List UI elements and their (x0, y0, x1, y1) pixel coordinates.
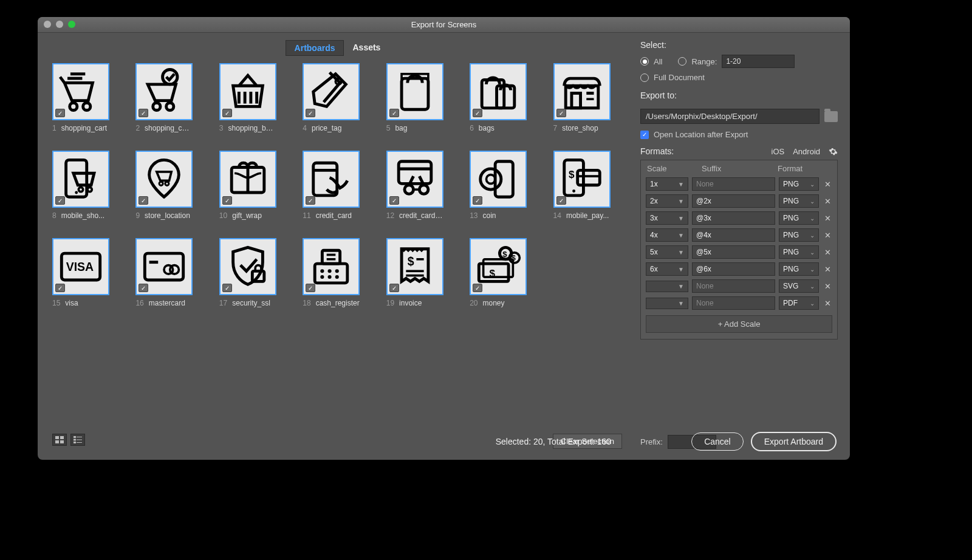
artboard-checkbox[interactable]: ✓ (139, 109, 148, 117)
artboard-checkbox[interactable]: ✓ (139, 196, 148, 205)
delete-row-button[interactable]: ✕ (823, 282, 832, 291)
artboard-checkbox[interactable]: ✓ (306, 196, 315, 205)
android-preset-link[interactable]: Android (793, 147, 820, 156)
artboard-thumb[interactable]: ✓ (52, 151, 109, 208)
folder-icon[interactable] (824, 111, 838, 122)
ios-preset-link[interactable]: iOS (772, 147, 785, 156)
artboard-checkbox[interactable]: ✓ (306, 284, 315, 292)
artboard-item[interactable]: ✓ 7 store_shop (553, 63, 611, 132)
artboard-thumb[interactable]: ✓ (219, 63, 276, 120)
format-select[interactable]: PNG⌄ (779, 228, 819, 242)
artboard-item[interactable]: ✓ 2 shopping_ca... (135, 63, 193, 132)
maximize-window-button[interactable] (68, 21, 75, 28)
radio-range[interactable] (678, 57, 686, 66)
range-input[interactable] (722, 55, 795, 68)
delete-row-button[interactable]: ✕ (823, 231, 832, 240)
export-artboard-button[interactable]: Export Artboard (751, 432, 837, 451)
suffix-input[interactable]: None (692, 279, 775, 293)
artboard-item[interactable]: ✓ 4 price_tag (303, 63, 360, 132)
artboard-item[interactable]: ✓ 17 security_ssl (219, 238, 276, 307)
tab-assets[interactable]: Assets (344, 40, 389, 56)
artboard-thumb[interactable]: ✓ (303, 238, 360, 295)
delete-row-button[interactable]: ✕ (823, 197, 832, 206)
artboard-thumb[interactable]: ✓ (219, 151, 276, 208)
scale-select[interactable]: ▼ (646, 281, 688, 292)
artboard-thumb[interactable]: ✓ (303, 151, 360, 208)
artboard-item[interactable]: ✓ 19 invoice (386, 238, 443, 307)
artboard-item[interactable]: ✓ 20 money (470, 238, 527, 307)
cancel-button[interactable]: Cancel (691, 432, 744, 451)
artboard-item[interactable]: ✓ 11 credit_card (303, 151, 360, 220)
format-select[interactable]: PNG⌄ (779, 194, 819, 208)
artboard-checkbox[interactable]: ✓ (55, 284, 65, 292)
radio-full-document[interactable] (640, 73, 649, 82)
artboard-thumb[interactable]: ✓ (470, 238, 527, 295)
artboard-thumb[interactable]: ✓ (303, 63, 360, 120)
artboard-item[interactable]: ✓ 9 store_location (135, 151, 193, 220)
artboard-item[interactable]: ✓ 18 cash_register (303, 238, 360, 307)
artboard-checkbox[interactable]: ✓ (389, 109, 399, 117)
artboard-thumb[interactable]: ✓ (470, 151, 527, 208)
scale-select[interactable]: 6x▼ (646, 262, 688, 276)
artboard-thumb[interactable]: ✓ (386, 151, 443, 208)
artboard-item[interactable]: ✓ 1 shopping_cart (52, 63, 109, 132)
artboard-checkbox[interactable]: ✓ (139, 284, 148, 292)
artboard-checkbox[interactable]: ✓ (222, 284, 232, 292)
artboard-thumb[interactable]: ✓ (219, 238, 276, 295)
suffix-input[interactable]: @4x (692, 228, 775, 242)
delete-row-button[interactable]: ✕ (823, 265, 832, 274)
minimize-window-button[interactable] (56, 21, 63, 28)
artboard-item[interactable]: ✓ 14 mobile_pay... (553, 151, 611, 220)
suffix-input[interactable]: None (692, 296, 775, 310)
format-select[interactable]: PNG⌄ (779, 262, 819, 276)
tab-artboards[interactable]: Artboards (286, 40, 344, 56)
delete-row-button[interactable]: ✕ (823, 299, 832, 308)
format-select[interactable]: SVG⌄ (779, 279, 819, 293)
suffix-input[interactable]: @2x (692, 194, 775, 208)
scale-select[interactable]: ▼ (646, 298, 688, 309)
suffix-input[interactable]: @5x (692, 245, 775, 259)
artboard-checkbox[interactable]: ✓ (55, 109, 65, 117)
artboard-thumb[interactable]: ✓ (386, 238, 443, 295)
gear-icon[interactable] (829, 147, 838, 156)
artboard-item[interactable]: ✓ 12 credit_card_... (386, 151, 443, 220)
artboard-item[interactable]: ✓ 13 coin (470, 151, 527, 220)
format-select[interactable]: PNG⌄ (779, 211, 819, 225)
scale-select[interactable]: 2x▼ (646, 194, 688, 208)
artboard-checkbox[interactable]: ✓ (473, 196, 482, 205)
scale-select[interactable]: 4x▼ (646, 228, 688, 242)
artboard-checkbox[interactable]: ✓ (55, 196, 65, 205)
artboard-checkbox[interactable]: ✓ (389, 196, 399, 205)
artboard-checkbox[interactable]: ✓ (389, 284, 399, 292)
artboard-thumb[interactable]: ✓ (470, 63, 527, 120)
artboard-item[interactable]: ✓ 10 gift_wrap (219, 151, 276, 220)
artboard-thumb[interactable]: ✓ (135, 151, 193, 208)
format-select[interactable]: PDF⌄ (779, 296, 819, 310)
format-select[interactable]: PNG⌄ (779, 245, 819, 259)
delete-row-button[interactable]: ✕ (823, 214, 832, 223)
scale-select[interactable]: 3x▼ (646, 211, 688, 225)
delete-row-button[interactable]: ✕ (823, 180, 832, 189)
artboard-thumb[interactable]: ✓ (135, 238, 193, 295)
artboard-checkbox[interactable]: ✓ (222, 109, 232, 117)
open-location-checkbox[interactable]: ✓ (640, 131, 649, 139)
delete-row-button[interactable]: ✕ (823, 248, 832, 257)
artboard-checkbox[interactable]: ✓ (556, 109, 566, 117)
radio-all[interactable] (640, 57, 649, 66)
artboard-checkbox[interactable]: ✓ (473, 109, 482, 117)
artboard-item[interactable]: ✓ 15 visa (52, 238, 109, 307)
artboard-item[interactable]: ✓ 5 bag (386, 63, 443, 132)
add-scale-button[interactable]: + Add Scale (646, 315, 832, 333)
suffix-input[interactable]: @3x (692, 211, 775, 225)
scale-select[interactable]: 1x▼ (646, 177, 688, 191)
artboard-checkbox[interactable]: ✓ (222, 196, 232, 205)
export-path-input[interactable] (640, 109, 820, 124)
artboard-item[interactable]: ✓ 8 mobile_sho... (52, 151, 109, 220)
artboard-item[interactable]: ✓ 6 bags (470, 63, 527, 132)
artboard-checkbox[interactable]: ✓ (473, 284, 482, 292)
close-window-button[interactable] (44, 21, 51, 28)
artboard-thumb[interactable]: ✓ (553, 63, 611, 120)
suffix-input[interactable]: @6x (692, 262, 775, 276)
artboard-thumb[interactable]: ✓ (52, 238, 109, 295)
artboard-item[interactable]: ✓ 16 mastercard (135, 238, 193, 307)
